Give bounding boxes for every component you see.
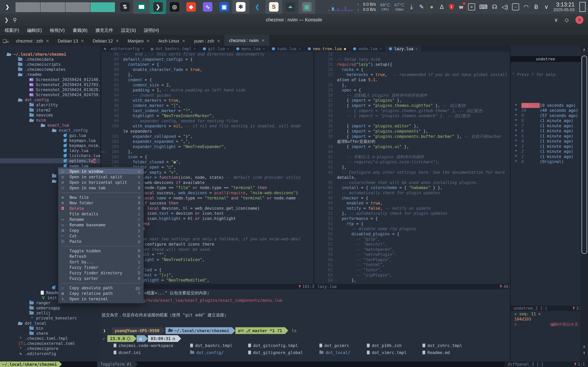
tree-item[interactable]: *private_konsolerc	[0, 316, 100, 321]
menu-item-new-file[interactable]: ⊛New filea	[58, 195, 144, 200]
menu-item-toggle-hidden[interactable]: Toggle hiddenR	[58, 248, 144, 254]
tree-item[interactable]: Screenshot_20250424_024759.png	[0, 92, 100, 97]
undo-state[interactable]: *7(1 minute ago)	[511, 123, 580, 129]
editor-pane-lazy[interactable]: 2324-- Setup lazy.nvim25require("lazy").…	[314, 52, 510, 284]
undo-state[interactable]: *5(1 minute ago)	[511, 134, 580, 139]
menu-item[interactable]: 書籤(B)	[73, 27, 87, 33]
close-buffer-icon[interactable]: ✕	[415, 47, 418, 51]
tree-item[interactable]: .chezmoitemplates	[0, 67, 100, 72]
tree-item[interactable]: alacritty	[0, 102, 100, 108]
wave-app-icon[interactable]: ∿	[199, 0, 216, 14]
screenshot-tool-icon[interactable]: ▣	[299, 0, 315, 14]
monitoring-icon[interactable]: ⏶	[282, 0, 299, 14]
menu-item-open-in-terminal[interactable]: ❯_Open in terminal	[58, 296, 144, 302]
konsole-tab[interactable]: Debian 12✕	[88, 36, 123, 46]
headset-icon[interactable]: ☊	[492, 3, 498, 10]
undo-state[interactable]: *2(1 minute ago)	[511, 149, 580, 154]
maximize-button[interactable]: ◇	[565, 17, 569, 23]
terminal-icon[interactable]: ❯	[150, 0, 166, 14]
scrollbar-thumb[interactable]	[582, 56, 587, 254]
typed-command[interactable]: ls	[292, 328, 297, 333]
menu-item-copy-relative-path[interactable]: ▤Copy relative pathY	[58, 291, 144, 296]
tree-item[interactable]: neovide	[0, 113, 100, 117]
undo-state[interactable]: *10(40 seconds ago)	[511, 108, 580, 113]
tree-item[interactable]: *.chezmoi.toml.tmpl	[0, 336, 100, 341]
tree-item[interactable]: bin	[0, 326, 100, 331]
tree-item[interactable]: [T].chezmoiexternal.toml	[0, 341, 100, 346]
virtual-desktop-1[interactable]	[16, 2, 40, 12]
scroll-up-icon[interactable]: ∧	[580, 47, 588, 52]
tree-item[interactable]: lazy.lua	[0, 148, 100, 153]
tree-item[interactable]: options.lua	[0, 158, 100, 163]
ls-entry[interactable]: dot_local/	[320, 350, 367, 355]
menu-item-copy[interactable]: ⧉Copyy	[58, 228, 144, 233]
menu-item-copy-absolute-path[interactable]: ∷Copy absolute pathgy	[58, 285, 144, 291]
tree-item[interactable]: ~/.local/share/chezmoi	[0, 52, 100, 57]
tree-item[interactable]: share	[0, 331, 100, 336]
menu-item-fuzzy-sorter[interactable]: Fuzzy sorter#	[58, 276, 144, 281]
menu-item-fuzzy-finder-directory[interactable]: Fuzzy finder directoryD	[58, 270, 144, 276]
menu-item[interactable]: 說明(H)	[144, 27, 159, 33]
bluetooth-icon[interactable]: Ƀ	[533, 4, 539, 10]
buffer-tab[interactable]: lazy.lua✕	[386, 46, 421, 52]
menu-item[interactable]: 檔案(F)	[5, 27, 19, 33]
buffer-tab[interactable]: ▤dot_bashrc.tmpl✕	[148, 46, 199, 52]
menu-item[interactable]: 設定(S)	[121, 27, 136, 33]
tree-item[interactable]: .chezmoiscripts	[0, 62, 100, 67]
ls-entry[interactable]: dot_p10k.zsh	[367, 343, 423, 348]
toggleterm[interactable]: <檔案>..." 以包含要提交的內容）dot_config/nvim/exact…	[100, 289, 510, 361]
konsole-tab[interactable]: yuan : zsh✕	[190, 36, 225, 46]
minimize-button[interactable]: ∨	[554, 17, 558, 23]
ls-entry[interactable]: chezmoi.code-workspace	[114, 343, 190, 348]
undo-state[interactable]: *>11<(0 seconds ago)	[511, 103, 580, 108]
tree-item[interactable]: *.chezmoiignore	[0, 346, 100, 351]
close-tab-icon[interactable]: ✕	[217, 39, 220, 43]
konsole-tab[interactable]: Arch Linux✕	[154, 36, 190, 46]
undo-state[interactable]: *0(Original)	[511, 159, 580, 164]
close-tab-icon[interactable]: ✕	[81, 39, 84, 43]
tree-item[interactable]: ✎.editorconfig	[0, 351, 100, 356]
tree-item[interactable]: exact_lua	[0, 123, 100, 128]
color-status-dot-icon[interactable]: ●	[429, 4, 435, 10]
virtual-desktop-2[interactable]	[41, 2, 65, 12]
settings-sliders-icon[interactable]: ⇅	[117, 0, 133, 14]
ls-entry[interactable]: dot_vimrc.tmpl	[367, 350, 423, 355]
undo-state[interactable]: *1(1 minute ago)	[511, 154, 580, 159]
konsole-tab[interactable]: Manjaro✕	[123, 36, 154, 46]
menu-item[interactable]: 編輯(E)	[27, 27, 42, 33]
new-tab-button[interactable]: ❏∨	[0, 38, 12, 46]
konsole-tab[interactable]: chezmoi : zsh✕	[12, 36, 53, 46]
tree-item[interactable]: Screenshot_20250424_012703.png	[0, 82, 100, 87]
notifications-bell-icon[interactable]: Δ	[439, 4, 445, 10]
menu-item-delete[interactable]: ◘Deleted	[58, 206, 144, 211]
menu-item-open-in-window[interactable]: ❏Open in windowo	[58, 169, 144, 174]
buffer-tab[interactable]: menu.lua✕	[233, 46, 269, 52]
close-buffer-icon[interactable]: ✕	[142, 47, 144, 51]
menu-item[interactable]: 檢視(V)	[50, 27, 65, 33]
w-red-dot-icon[interactable]: w	[458, 4, 464, 10]
close-buffer-icon[interactable]: ✕	[298, 47, 301, 51]
buffer-tab[interactable]: git.lua✕	[199, 46, 233, 52]
menu-item[interactable]: 擴充元件	[95, 27, 113, 33]
scroll-down-icon[interactable]: ∨	[580, 350, 588, 355]
tree-item[interactable]: .chezmoidata	[0, 57, 100, 62]
keyboard-icon[interactable]: ⌨	[479, 3, 488, 10]
brave-browser-icon[interactable]: ◆	[183, 0, 199, 14]
undo-state[interactable]: *8(1 minute ago)	[511, 118, 580, 123]
download-tray-icon[interactable]: ⤓	[408, 3, 415, 10]
menu-item-fuzzy-finder[interactable]: Fuzzy finder/	[58, 265, 144, 270]
menu-item-open-in-horizontal-split[interactable]: ⊟Open in horizontal splits	[58, 180, 144, 185]
undo-state[interactable]: *6(1 minute ago)	[511, 128, 580, 134]
virtual-desktop-4[interactable]	[90, 2, 115, 12]
ls-entry[interactable]: Readme.md	[423, 350, 499, 355]
buffer-tab[interactable]: neo-tree.lua●	[304, 46, 350, 52]
tree-item[interactable]: dot_config	[0, 97, 100, 102]
tree-item[interactable]: dot_local	[0, 321, 100, 326]
wifi-icon[interactable]: ◠	[523, 3, 529, 10]
chatgpt-icon[interactable]: ✻	[233, 0, 249, 14]
tree-item[interactable]: keymaps.lua	[0, 138, 100, 143]
tree-item[interactable]: listchars.lua	[0, 153, 100, 158]
konsole-tab[interactable]: chezmoi : nvim✕	[225, 35, 269, 46]
squirrel-mail-icon[interactable]: S	[266, 0, 282, 14]
clock[interactable]: 3:13:212025-05-03	[553, 2, 575, 12]
